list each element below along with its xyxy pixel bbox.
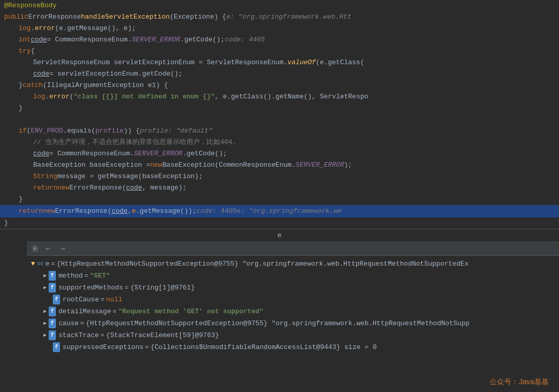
log-ref: log xyxy=(19,23,31,34)
var-code-inner: code xyxy=(126,183,142,193)
log-ref2: log xyxy=(33,92,45,102)
code-assign-rest: = servletExceptionEnum.getCode(); xyxy=(49,69,182,79)
enum-server-error1: SERVER_ERROR xyxy=(131,35,180,45)
code-line-catch: } catch (IllegalArgumentException e1) { xyxy=(0,80,559,91)
arrow-supported: ▶ xyxy=(43,283,47,293)
arrow-detail: ▶ xyxy=(43,307,47,316)
code-line-if-envprod: if ( ENV_PROD .equals( profile )) { prof… xyxy=(0,125,559,137)
comma-hl: , xyxy=(128,206,132,217)
args1: (e.getMessage(), e); xyxy=(55,23,136,34)
paren1: ( xyxy=(170,12,174,22)
eq-stack: = xyxy=(100,330,105,340)
getmsg-hl: .getMessage()); xyxy=(136,206,196,217)
eq1: = CommonResponseEnum. xyxy=(47,35,132,45)
debug-var-suppressed: f suppressedExceptions = {Collections$Un… xyxy=(27,341,559,353)
eq-suppressed: = xyxy=(145,342,149,352)
baseexc-close: ); xyxy=(344,160,352,170)
debug-var-detailmessage[interactable]: ▶ f detailMessage = "Request method 'GET… xyxy=(27,306,559,317)
main-container: @ResponseBody public ErrorResponse handl… xyxy=(0,0,559,392)
brace-close-method: } xyxy=(4,218,8,228)
eq-method: = xyxy=(84,271,89,281)
keyword-new2: new xyxy=(57,183,69,193)
eq-e: = xyxy=(51,259,55,269)
inline-e-comment: e: "org.springframework.web.Htt xyxy=(226,12,351,22)
var-code2: code xyxy=(33,69,49,79)
brace-try: { xyxy=(31,46,35,56)
var-code1: code xyxy=(31,35,47,45)
env-prod-ref: ENV_PROD xyxy=(31,126,63,136)
type-f-supported: f xyxy=(49,283,56,293)
debug-var-e[interactable]: ▼ oo e = {HttpRequestMethodNotSupportedE… xyxy=(27,258,559,270)
cn-comment-text: // 当为生产环境，不适合把具体的异常信息展示给用户，比如404. xyxy=(33,137,237,148)
errorresponse-inner: ErrorResponse( xyxy=(69,183,126,193)
code-line-servletresponse: ServletResponseEnum servletExceptionEnum… xyxy=(0,57,559,68)
error-args2: , e.getClass().getName(), ServletRespo xyxy=(215,92,368,102)
var-e-hl: e xyxy=(131,206,136,217)
keyword-new-hl: new xyxy=(43,206,55,217)
type-f-method: f xyxy=(49,271,56,281)
back-button[interactable]: ← xyxy=(42,243,54,254)
field-rootcause-name: rootCause xyxy=(63,295,99,304)
method-error1: error xyxy=(35,23,55,34)
watermark-text: 公众号：Java基基 xyxy=(490,378,549,386)
debug-var-method[interactable]: ▶ f method = "GET" xyxy=(27,270,559,282)
type-f-cause: f xyxy=(49,318,56,328)
code-line-close-catch: } xyxy=(0,103,559,114)
copy-button[interactable]: ⎘ xyxy=(31,243,39,254)
code-line-empty xyxy=(0,114,559,125)
method-error2: error xyxy=(49,92,69,102)
debug-section: /** ▣ ▣ De ⎘ ← → ▼ oo e = {HttpRequestMe… xyxy=(0,241,559,355)
val-suppressed: {Collections$UnmodifiableRandomAccessLis… xyxy=(151,342,377,352)
code-line-code-server: code = CommonResponseEnum. SERVER_ERROR … xyxy=(0,148,559,159)
debugger-content: ▼ oo e = {HttpRequestMethodNotSupportedE… xyxy=(27,256,559,355)
param-e: e) { xyxy=(210,12,226,22)
string-class-notdef: "class [{}] not defined in enum {}" xyxy=(73,92,215,102)
debugger-toolbar: ⎘ ← → xyxy=(27,241,559,256)
val-cause: {HttpRequestMethodNotSupportedException@… xyxy=(86,318,469,328)
forward-button[interactable]: → xyxy=(57,243,68,254)
eq-cause: = xyxy=(80,318,84,328)
baseexc-construct: BaseException(CommonResponseEnum. xyxy=(163,160,296,170)
keyword-public: public xyxy=(4,12,28,22)
code-line-string-msg: String message = getMessage(baseExceptio… xyxy=(0,171,559,182)
brace-close-if: } xyxy=(19,194,23,205)
highlighted-line: return new ErrorResponse( code , e .getM… xyxy=(0,205,559,217)
comment-profile: profile: "default" xyxy=(140,126,212,136)
debug-var-cause[interactable]: ▶ f cause = {HttpRequestMethodNotSupport… xyxy=(27,317,559,329)
field-detailmessage-name: detailMessage xyxy=(58,307,111,316)
field-e-name: e xyxy=(46,259,50,269)
eq-supported: = xyxy=(125,283,129,293)
dot1: . xyxy=(31,23,35,34)
equals-call: .equals( xyxy=(63,126,95,136)
code-section: @ResponseBody public ErrorResponse handl… xyxy=(0,0,559,205)
paren-open2: ( xyxy=(69,92,73,102)
getcode1: .getCode(); xyxy=(180,35,225,45)
if-close: )) { xyxy=(124,126,140,136)
close-try: } xyxy=(19,80,23,91)
field-method-name: method xyxy=(58,271,83,281)
type-f-stack: f xyxy=(49,330,56,340)
watermark: 公众号：Java基基 xyxy=(490,378,549,387)
arrow-method: ▶ xyxy=(43,271,47,281)
eq-detail: = xyxy=(112,307,116,316)
errorresponse-hl: ErrorResponse( xyxy=(55,206,111,217)
keyword-string: String xyxy=(33,171,57,182)
debug-var-stacktrace[interactable]: ▶ f stackTrace = {StackTraceElement[59]@… xyxy=(27,329,559,341)
code-line-logerror: log . error (e.getMessage(), e); xyxy=(0,23,559,34)
keyword-return1: return xyxy=(33,183,57,193)
debug-inner: ⎘ ← → ▼ oo e = {HttpRequestMethodNotSupp… xyxy=(27,241,559,355)
catch-args: (IllegalArgumentException e1) { xyxy=(43,80,168,91)
keyword-return-hl: return xyxy=(19,206,43,217)
code-line-method-sig: public ErrorResponse handleServletExcept… xyxy=(0,11,559,23)
arrow-cause: ▶ xyxy=(43,318,47,328)
type-f-suppressed: f xyxy=(53,342,60,352)
code-line-logerror2: log . error ( "class [{}] not defined in… xyxy=(0,91,559,103)
class-exception: Exception xyxy=(174,12,210,22)
tooltip-e-text: e xyxy=(277,231,282,239)
keyword-int: int xyxy=(19,35,31,45)
val-supported: {String[1]@9761} xyxy=(130,283,195,293)
debug-var-rootcause: f rootCause = null xyxy=(27,294,559,306)
debug-var-supportedmethods[interactable]: ▶ f supportedMethods = {String[1]@9761} xyxy=(27,282,559,294)
enum-server-error2: SERVER_ERROR xyxy=(134,149,183,159)
comment-code-hl: code: 4405 xyxy=(196,206,237,217)
